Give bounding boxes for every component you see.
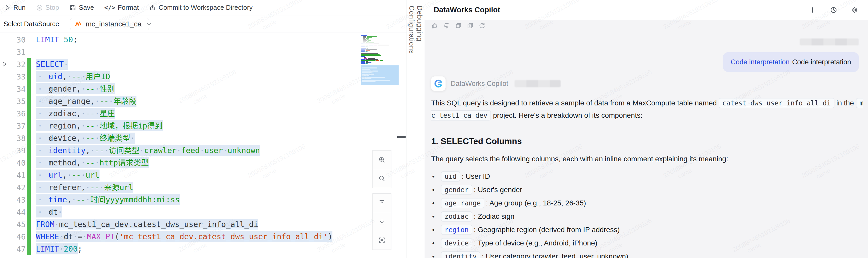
code-line-41[interactable]: 41url,·--·url: [0, 169, 407, 181]
column-code-chip: device: [441, 238, 472, 248]
column-description: : Zodiac sign: [474, 212, 515, 221]
section-heading: 1. SELECTed Columns: [431, 136, 863, 146]
datasource-select[interactable]: mc_instance1_ca: [70, 18, 149, 30]
editor-minimap[interactable]: [361, 35, 399, 85]
code-interpretation-text: Code interpretation: [792, 58, 851, 66]
code-interpretation-link[interactable]: Code interpretation: [731, 58, 790, 66]
line-number: 44: [0, 208, 26, 217]
line-number: 40: [0, 159, 26, 167]
code-text: time,·--·时间yyyymmddhh:mi:ss: [36, 195, 180, 204]
change-bar: [27, 107, 31, 120]
plus-icon[interactable]: [809, 6, 816, 13]
format-button[interactable]: </>Format: [104, 4, 139, 11]
code-line-46[interactable]: 46WHERE·dt·=·MAX_PT('mc_test1_ca_dev.cat…: [0, 231, 407, 243]
run-button[interactable]: Run: [4, 4, 26, 11]
scroll-to-bottom-button[interactable]: [373, 212, 391, 231]
code-text: WHERE·dt·=·MAX_PT('mc_test1_ca_dev.cates…: [36, 232, 333, 241]
code-line-36[interactable]: 36zodiac,·--·星座: [0, 107, 407, 120]
code-line-48[interactable]: 48: [0, 255, 407, 258]
code-text: method,·--·http请求类型: [36, 158, 149, 167]
code-text: SELECT·: [36, 60, 68, 69]
code-line-33[interactable]: 33uid,·--·用户ID: [0, 70, 407, 83]
code-line-39[interactable]: 39identity,·--·访问类型·crawler·feed·user·un…: [0, 144, 407, 157]
zoom-out-button[interactable]: [373, 169, 391, 188]
copilot-avatar: [431, 76, 445, 91]
code-text: url,·--·url: [36, 170, 99, 180]
commit-to-workspace-directory-button[interactable]: Commit to Workspace Directory: [149, 4, 253, 11]
column-description: : Age group (e.g., 18-25, 26-35): [486, 199, 586, 207]
line-number: 34: [0, 85, 26, 94]
zoom-button-group: [372, 150, 392, 188]
commit-upload-icon: [149, 4, 156, 11]
scroll-to-top-button[interactable]: [373, 194, 391, 212]
column-code-chip: identity: [441, 251, 480, 258]
toolbar-item-label: Format: [118, 4, 139, 11]
code-line-47[interactable]: 47LIMIT·200;: [0, 243, 407, 255]
settings-gear-icon[interactable]: [851, 6, 858, 13]
code-line-45[interactable]: 45FROM·mc_test1_ca_dev.catest_dws_user_i…: [0, 218, 407, 231]
bullet-dot: •: [432, 253, 441, 258]
right-tab-strip: Debugging Configurations: [407, 0, 424, 258]
history-clock-icon[interactable]: [830, 6, 837, 13]
line-number: 41: [0, 171, 26, 180]
save-button[interactable]: Save: [69, 4, 94, 11]
run-statement-icon[interactable]: [1, 61, 8, 67]
panel-resize-handle[interactable]: [397, 136, 406, 138]
change-bar: [27, 120, 31, 132]
copy-plus-icon[interactable]: [467, 22, 474, 29]
copilot-panel: DataWorks Copilot Code interpretation Co…: [425, 0, 868, 258]
code-line-43[interactable]: 43time,·--·时间yyyymmddhh:mi:ss: [0, 194, 407, 206]
code-text: uid,·--·用户ID: [36, 72, 110, 81]
code-text: dt·: [36, 207, 62, 217]
change-bar: [27, 83, 31, 95]
code-text: zodiac,·--·星座: [36, 109, 115, 118]
code-line-35[interactable]: 35age_range,·--·年龄段: [0, 95, 407, 107]
thumbs-up-icon[interactable]: [431, 22, 438, 29]
code-line-38[interactable]: 38device,·--·终端类型·: [0, 132, 407, 144]
code-line-31[interactable]: 31: [0, 46, 407, 58]
copilot-title: DataWorks Copilot: [434, 6, 500, 14]
save-icon: [69, 4, 76, 11]
change-bar: [27, 169, 31, 181]
change-bar: [27, 243, 31, 255]
code-line-32[interactable]: 32SELECT·: [0, 58, 407, 70]
column-list: •uid : User ID•gender : User's gender•ag…: [432, 170, 863, 258]
column-description: : User category (crawler, feed, user, un…: [482, 252, 628, 258]
code-text: LIMIT 50;: [36, 35, 78, 44]
code-text: FROM·mc_test1_ca_dev.catest_dws_user_inf…: [36, 220, 258, 229]
line-number: 47: [0, 245, 26, 254]
redacted-timestamp: [515, 80, 561, 87]
line-number: 39: [0, 146, 26, 155]
fit-frame-icon: [378, 237, 385, 244]
column-code-chip: uid: [441, 171, 460, 182]
datasource-row: Select DataSource mc_instance1_ca: [0, 15, 407, 33]
bullet-dot: •: [432, 186, 441, 194]
redacted-user-text: [800, 38, 859, 45]
code-editor[interactable]: 30LIMIT 50;3132SELECT·33uid,·--·用户ID34ge…: [0, 33, 407, 258]
code-line-42[interactable]: 42referer,·--·来源url: [0, 181, 407, 194]
refresh-icon[interactable]: [478, 22, 486, 29]
code-line-37[interactable]: 37region,·--·地域，根据ip得到: [0, 120, 407, 132]
line-number: 35: [0, 97, 26, 106]
column-code-chip: region: [441, 225, 472, 235]
code-line-34[interactable]: 34gender,·--·性别: [0, 83, 407, 95]
run-icon: [4, 4, 11, 11]
tab-debugging-configurations[interactable]: Debugging Configurations: [407, 0, 424, 89]
change-bar: [27, 231, 31, 243]
change-bar: [27, 95, 31, 107]
column-list-item: •device : Type of device (e.g., Android,…: [432, 236, 863, 250]
line-number: 46: [0, 232, 26, 241]
fit-view-button[interactable]: [373, 231, 391, 250]
minimap-selection: [361, 65, 399, 85]
zoom-out-icon: [378, 175, 385, 182]
code-line-40[interactable]: 40method,·--·http请求类型: [0, 157, 407, 169]
code-line-30[interactable]: 30LIMIT 50;: [0, 34, 407, 46]
zoom-in-button[interactable]: [373, 151, 391, 169]
format-icon: </>: [104, 4, 115, 11]
copy-icon[interactable]: [455, 22, 462, 29]
answer-paragraph: This SQL query is designed to retrieve a…: [431, 97, 865, 122]
change-bar: [27, 144, 31, 157]
thumbs-down-icon[interactable]: [443, 22, 450, 29]
code-line-44[interactable]: 44dt·: [0, 206, 407, 218]
stop-button: Stop: [36, 4, 59, 11]
